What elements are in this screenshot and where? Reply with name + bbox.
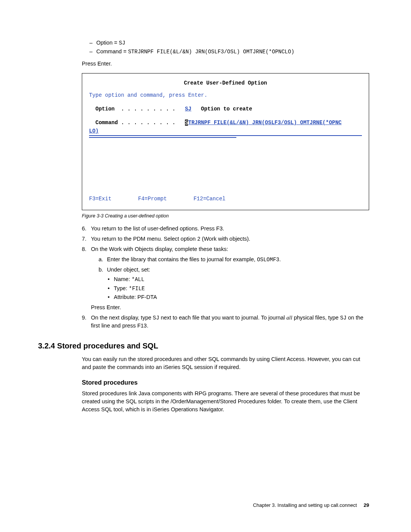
txt: Attribute: PF-DTA [114,294,157,300]
subheading: Stored procedures [82,378,369,387]
step-7: 7. You return to the PDM menu. Select op… [82,235,369,243]
press-enter-8: Press Enter. [91,304,369,312]
step-8: 8. On the Work with Objects display, com… [82,245,369,312]
lbl: Command . . . . . . . . . [96,120,175,126]
terminal-title: Create User-Defined Option [89,79,362,87]
terminal-rule-1 [89,135,362,136]
emph: all [287,315,292,321]
code: *FILE [129,286,145,292]
step-6: 6. You return to the list of user-define… [82,225,369,233]
step-9: 9. On the next display, type SJ next to … [82,314,369,330]
sub-para: Stored procedures link Java components w… [82,390,369,414]
code: OSLOMF3 [257,257,279,263]
dash-option: –Option = SJ [89,39,369,47]
footer-chapter: Chapter 3. Installing and setting up cal… [253,502,357,508]
step-8a: a. Enter the library that contains the f… [99,256,369,264]
section-heading: 3.2.4 Stored procedures and SQL [38,340,369,351]
txt: On the Work with Objects display, comple… [91,245,369,253]
terminal-rule-2 [89,137,236,138]
txt: Enter the library that contains the file… [107,256,257,262]
txt: (Work with objects). [201,236,250,242]
press-enter: Press Enter. [82,60,369,68]
f3: F3=Exit [89,196,112,202]
dash-command: –Command = STRJRNPF FILE(&L/&N) JRN(OSLF… [89,48,369,56]
terminal-command-wrap: LO) [89,127,362,135]
code: SJ [340,315,347,321]
step-8b: b. Under object, set: [99,266,369,274]
txt: Name: [114,276,132,282]
page-footer: Chapter 3. Installing and setting up cal… [253,502,369,509]
cmdrest: TRJRNPF FILE(&L/&N) JRN(OSLF3/OSL) OMTJR… [188,120,341,126]
page: –Option = SJ –Command = STRJRNPF FILE(&L… [0,0,411,532]
f4: F4=Prompt [138,196,167,202]
desc: Option to create [201,106,252,112]
txt: You return to the list of user-defined o… [91,225,369,233]
lbl: Option . . . . . . . . . [96,106,175,112]
code: *ALL [132,276,145,283]
bullets: •Name: *ALL •Type: *FILE •Attribute: PF-… [108,275,369,301]
code: SJ [119,40,125,46]
footer-page-number: 29 [364,502,369,508]
terminal-screenshot: Create User-Defined Option Type option a… [82,73,369,210]
terminal-instr: Type option and command, press Enter. [89,91,362,99]
code: SJ [153,315,159,321]
terminal-fkeys: F3=ExitF4=PromptF12=Cancel [89,195,225,203]
val: SJ [185,106,191,112]
code: 2 [197,236,200,242]
txt: Option = [96,40,119,46]
section-para: You can easily run the stored procedures… [82,355,369,371]
txt: Command = [96,48,128,54]
txt: Type: [114,285,129,291]
txt: Under object, set: [107,266,150,274]
main-content: –Option = SJ –Command = STRJRNPF FILE(&L… [82,39,369,414]
txt: On the next display, type [91,315,153,321]
txt: next to each file that you want to journ… [159,315,286,321]
txt: You return to the PDM menu. Select optio… [91,236,197,242]
terminal-option-row: Option . . . . . . . . . SJ Option to cr… [89,105,362,113]
figure-caption: Figure 3-3 Creating a user-defined optio… [82,212,369,219]
txt: physical files, type [292,315,340,321]
f12: F12=Cancel [193,196,225,202]
terminal-command-row: Command . . . . . . . . . STRJRNPF FILE(… [89,118,362,127]
code: STRJRNPF FILE(&L/&N) JRN(OSLF3/OSL) OMTJ… [128,49,294,55]
txt: . [279,256,281,262]
